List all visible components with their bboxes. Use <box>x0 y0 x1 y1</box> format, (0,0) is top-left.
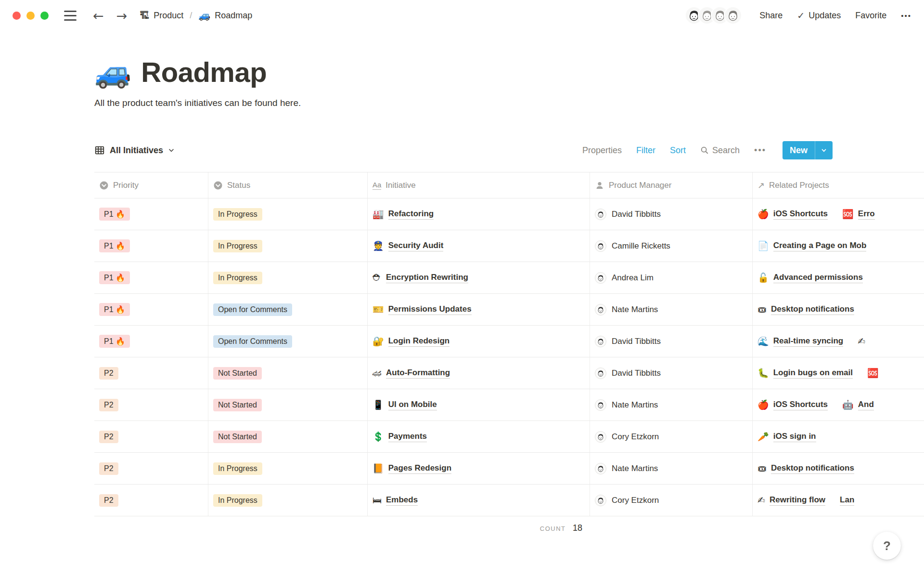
new-button-chevron-down-icon[interactable] <box>815 141 833 159</box>
status-tag[interactable]: Open for Comments <box>213 335 292 348</box>
related-projects-cell[interactable]: 🍎iOS Shortcuts🆘Erro <box>753 198 924 230</box>
status-cell[interactable]: In Progress <box>208 485 368 516</box>
initiative-cell[interactable]: 👮Security Audit <box>368 230 590 262</box>
related-projects-cell[interactable]: 🌊Real-time syncing✍ <box>753 326 924 357</box>
breadcrumb-current[interactable]: Roadmap <box>215 11 252 21</box>
priority-tag[interactable]: P2 <box>99 494 118 507</box>
favorite-button[interactable]: Favorite <box>855 11 886 21</box>
status-cell[interactable]: In Progress <box>208 198 368 230</box>
person-chip[interactable]: Cory Etzkorn <box>595 431 659 443</box>
product-manager-cell[interactable]: Cory Etzkorn <box>590 421 753 452</box>
new-button-label[interactable]: New <box>783 141 815 159</box>
person-chip[interactable]: Nate Martins <box>595 304 658 315</box>
properties-button[interactable]: Properties <box>582 145 622 156</box>
more-options-icon[interactable]: ••• <box>901 12 911 20</box>
initiative-cell[interactable]: 📙Pages Redesign <box>368 453 590 484</box>
initiative-cell[interactable]: 🎫Permissions Updates <box>368 294 590 325</box>
initiative-page-link[interactable]: 🎫Permissions Updates <box>372 304 472 315</box>
product-manager-cell[interactable]: Andrea Lim <box>590 262 753 293</box>
status-cell[interactable]: Open for Comments <box>208 326 368 357</box>
priority-tag[interactable]: P1 🔥 <box>99 303 130 316</box>
breadcrumb-parent[interactable]: Product <box>154 11 183 21</box>
related-page-link[interactable]: Lan <box>840 495 854 506</box>
person-chip[interactable]: Nate Martins <box>595 463 658 474</box>
priority-tag[interactable]: P1 🔥 <box>99 271 130 284</box>
filter-button[interactable]: Filter <box>636 145 655 156</box>
priority-tag[interactable]: P1 🔥 <box>99 208 130 221</box>
priority-cell[interactable]: P2 <box>94 453 208 484</box>
priority-tag[interactable]: P2 <box>99 462 118 475</box>
viewer-avatars[interactable] <box>685 6 742 25</box>
updates-button[interactable]: ✓ Updates <box>797 10 841 21</box>
status-cell[interactable]: In Progress <box>208 230 368 262</box>
status-tag[interactable]: In Progress <box>213 208 262 221</box>
priority-cell[interactable]: P1 🔥 <box>94 262 208 293</box>
initiative-page-link[interactable]: ⛑Encryption Rewriting <box>372 273 468 283</box>
priority-cell[interactable]: P2 <box>94 357 208 389</box>
status-tag[interactable]: In Progress <box>213 272 262 284</box>
related-page-link[interactable]: 📄Creating a Page on Mob <box>757 240 866 251</box>
related-projects-cell[interactable]: 🐛Login bugs on email🆘 <box>753 357 924 389</box>
status-tag[interactable]: In Progress <box>213 494 262 507</box>
initiative-cell[interactable]: 🏎Auto-Formatting <box>368 357 590 389</box>
person-chip[interactable]: David Tibbitts <box>595 209 661 220</box>
status-cell[interactable]: Not Started <box>208 389 368 420</box>
status-cell[interactable]: In Progress <box>208 453 368 484</box>
status-tag[interactable]: In Progress <box>213 462 262 475</box>
product-manager-cell[interactable]: Cory Etzkorn <box>590 485 753 516</box>
priority-cell[interactable]: P1 🔥 <box>94 198 208 230</box>
priority-cell[interactable]: P2 <box>94 421 208 452</box>
related-page-link[interactable]: 🍎iOS Shortcuts <box>757 209 828 220</box>
product-manager-cell[interactable]: Nate Martins <box>590 294 753 325</box>
initiative-page-link[interactable]: 🏎Auto-Formatting <box>372 368 450 379</box>
initiative-page-link[interactable]: 📙Pages Redesign <box>372 463 451 474</box>
related-page-link[interactable]: 🔓Advanced permissions <box>757 272 863 283</box>
related-page-link[interactable]: ✍ <box>858 336 865 347</box>
page-icon[interactable]: 🚙 <box>94 57 131 87</box>
related-projects-cell[interactable]: 🥕iOS sign in <box>753 421 924 452</box>
related-projects-cell[interactable]: 🍎iOS Shortcuts🤖And <box>753 389 924 420</box>
page-description[interactable]: All the product team's initiatives can b… <box>94 98 924 108</box>
product-manager-cell[interactable]: David Tibbitts <box>590 198 753 230</box>
priority-cell[interactable]: P1 🔥 <box>94 230 208 262</box>
priority-cell[interactable]: P1 🔥 <box>94 326 208 357</box>
status-cell[interactable]: Not Started <box>208 357 368 389</box>
related-page-link[interactable]: 🎟Desktop notifications <box>757 463 854 474</box>
initiative-cell[interactable]: 🛏Embeds <box>368 485 590 516</box>
related-page-link[interactable]: 🐛Login bugs on email <box>757 368 853 379</box>
related-page-link[interactable]: 🆘Erro <box>842 209 875 220</box>
product-manager-cell[interactable]: Nate Martins <box>590 453 753 484</box>
product-manager-cell[interactable]: David Tibbitts <box>590 357 753 389</box>
priority-cell[interactable]: P2 <box>94 485 208 516</box>
status-tag[interactable]: Not Started <box>213 367 262 380</box>
related-projects-cell[interactable]: 🎟Desktop notifications <box>753 453 924 484</box>
related-page-link[interactable]: 🆘 <box>867 368 879 379</box>
initiative-page-link[interactable]: 👮Security Audit <box>372 240 443 251</box>
status-tag[interactable]: In Progress <box>213 240 262 252</box>
priority-cell[interactable]: P2 <box>94 389 208 420</box>
minimize-window-button[interactable] <box>26 12 35 20</box>
view-more-options-icon[interactable]: ••• <box>754 145 766 156</box>
related-projects-cell[interactable]: 🔓Advanced permissions <box>753 262 924 293</box>
product-manager-cell[interactable]: Nate Martins <box>590 389 753 420</box>
zoom-window-button[interactable] <box>40 12 49 20</box>
related-page-link[interactable]: 🥕iOS sign in <box>757 431 816 442</box>
status-cell[interactable]: In Progress <box>208 262 368 293</box>
initiative-cell[interactable]: 💲Payments <box>368 421 590 452</box>
related-page-link[interactable]: 🤖And <box>842 399 874 410</box>
initiative-page-link[interactable]: 🛏Embeds <box>372 495 418 506</box>
initiative-cell[interactable]: 📱UI on Mobile <box>368 389 590 420</box>
initiative-cell[interactable]: ⛑Encryption Rewriting <box>368 262 590 293</box>
priority-tag[interactable]: P1 🔥 <box>99 239 130 252</box>
share-button[interactable]: Share <box>759 11 783 21</box>
person-chip[interactable]: Andrea Lim <box>595 272 654 284</box>
person-chip[interactable]: Cory Etzkorn <box>595 495 659 506</box>
initiative-page-link[interactable]: 💲Payments <box>372 431 427 442</box>
sort-button[interactable]: Sort <box>670 145 686 156</box>
related-page-link[interactable]: 🌊Real-time syncing <box>757 336 843 347</box>
product-manager-cell[interactable]: Camille Ricketts <box>590 230 753 262</box>
initiative-page-link[interactable]: 🔐Login Redesign <box>372 336 449 347</box>
priority-tag[interactable]: P2 <box>99 399 118 411</box>
forward-arrow-icon[interactable]: → <box>116 9 128 22</box>
person-chip[interactable]: Nate Martins <box>595 399 658 411</box>
